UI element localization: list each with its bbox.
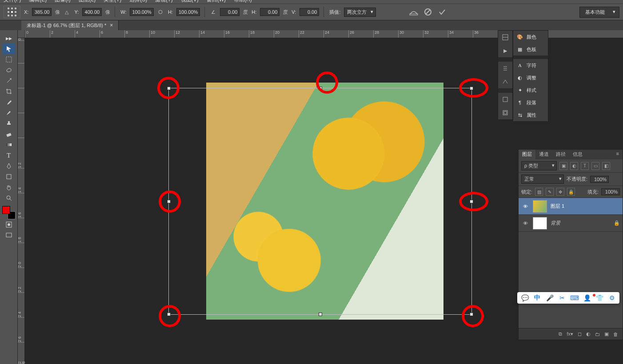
foreground-color-swatch[interactable] (2, 206, 10, 214)
tab-channels[interactable]: 通道 (535, 150, 552, 159)
panel-icon[interactable] (498, 93, 512, 106)
lock-paint-icon[interactable]: ✎ (546, 188, 554, 196)
cancel-transform-icon[interactable] (422, 6, 434, 18)
gear-icon[interactable]: ⚙ (608, 294, 616, 302)
menu-type[interactable]: 类型(Y) (104, 0, 121, 4)
h-value[interactable]: 100.00% (176, 8, 200, 16)
menu-image[interactable]: 图像(I) (55, 0, 70, 4)
screenmode-icon[interactable] (3, 230, 15, 241)
pen-tool-icon[interactable] (3, 161, 15, 171)
panel-item-properties[interactable]: ⇆属性 (513, 109, 548, 121)
warp-mode-icon[interactable] (408, 6, 419, 18)
brush-tool-icon[interactable] (3, 107, 15, 118)
marquee-tool-icon[interactable] (3, 54, 15, 65)
lock-trans-icon[interactable]: ▨ (535, 188, 543, 196)
filter-type-icon[interactable]: T (581, 162, 589, 170)
document-tab[interactable]: 未标题-1 @ 66.7% (图层 1, RGB/8) * × (21, 20, 119, 30)
filter-smart-icon[interactable]: ◧ (602, 162, 610, 170)
layer-name[interactable]: 图层 1 (551, 203, 564, 210)
layer-item[interactable]: 👁 图层 1 (519, 198, 623, 215)
person-icon[interactable]: 👤 (583, 294, 591, 302)
lasso-tool-icon[interactable] (3, 65, 15, 75)
new-layer-icon[interactable]: ▣ (604, 331, 609, 337)
panel-icon[interactable] (498, 106, 512, 119)
menu-select[interactable]: 选择(S) (129, 0, 147, 4)
floating-toolbar[interactable]: 💬 中 🎤 ✂ ⌨ 👤 👕 ⚙ (517, 292, 619, 304)
blend-mode-select[interactable]: 正常 (521, 174, 564, 184)
interp-select[interactable]: 两次立方 (344, 8, 376, 17)
panel-icon[interactable] (498, 31, 512, 44)
group-icon[interactable]: 🗀 (595, 332, 600, 337)
wand-tool-icon[interactable] (3, 75, 15, 86)
panel-icon[interactable] (498, 75, 512, 88)
mic-icon[interactable]: 🎤 (546, 294, 554, 302)
commit-transform-icon[interactable] (436, 6, 448, 18)
tab-info[interactable]: 信息 (569, 150, 586, 159)
menu-layer[interactable]: 图层(L) (79, 0, 96, 4)
panel-item-character[interactable]: A字符 (513, 59, 548, 71)
eraser-tool-icon[interactable] (3, 129, 15, 139)
menu-file[interactable]: 文件(F) (4, 0, 21, 4)
eyedropper-tool-icon[interactable] (3, 97, 15, 107)
opacity-value[interactable]: 100% (590, 176, 609, 183)
menu-edit[interactable]: 编辑(E) (29, 0, 47, 4)
fx-icon[interactable]: fx▾ (567, 331, 573, 337)
fill-value[interactable]: 100% (601, 188, 620, 195)
ime-icon[interactable]: 中 (533, 294, 541, 302)
tab-layers[interactable]: 图层 (519, 150, 535, 159)
w-value[interactable]: 100.00% (130, 8, 153, 16)
panel-item-color[interactable]: 🎨颜色 (513, 31, 548, 43)
menu-view[interactable]: 视图(V) (181, 0, 199, 4)
x-value[interactable]: 385.00 (32, 8, 52, 16)
panel-icon[interactable] (498, 62, 512, 75)
menu-filter[interactable]: 滤镜(T) (155, 0, 172, 4)
filter-adjust-icon[interactable]: ◐ (570, 162, 578, 170)
ruler-origin[interactable] (18, 30, 25, 38)
ruler-vertical[interactable]: 01 21 41 61 82 02 22 42 62 83 0 (18, 38, 25, 364)
quickmask-icon[interactable] (3, 219, 15, 230)
visibility-icon[interactable]: 👁 (521, 204, 529, 209)
skin-icon[interactable]: 👕 (595, 294, 603, 302)
visibility-icon[interactable]: 👁 (521, 221, 529, 226)
type-tool-icon[interactable]: T (3, 150, 15, 161)
crop-tool-icon[interactable] (3, 86, 15, 97)
filter-pixel-icon[interactable]: ▣ (559, 162, 567, 170)
layer-kind-filter[interactable]: ρ 类型 (521, 161, 557, 170)
zoom-tool-icon[interactable] (3, 193, 15, 203)
trash-icon[interactable]: 🗑 (613, 332, 618, 337)
shape-tool-icon[interactable] (3, 171, 15, 182)
close-icon[interactable]: × (110, 22, 113, 28)
menu-window[interactable]: 窗口(W) (207, 0, 226, 4)
skewh-value[interactable]: 0.00 (260, 8, 280, 16)
tab-paths[interactable]: 路径 (552, 150, 569, 159)
handle-bc[interactable] (319, 313, 322, 316)
keyboard-icon[interactable]: ⌨ (571, 294, 579, 302)
play-icon[interactable]: ▶ (498, 44, 512, 57)
skewv-value[interactable]: 0.00 (300, 8, 319, 16)
color-swatch[interactable] (2, 206, 16, 219)
mask-icon[interactable]: ◻ (578, 331, 582, 337)
reference-point-grid[interactable] (4, 6, 20, 18)
angle-value[interactable]: 0.00 (220, 8, 240, 16)
layer-name[interactable]: 背景 (551, 220, 560, 226)
gradient-tool-icon[interactable] (3, 139, 15, 150)
lock-all-icon[interactable]: 🔒 (567, 188, 575, 196)
chat-icon[interactable]: 💬 (521, 294, 529, 302)
panel-item-styles[interactable]: ✦样式 (513, 84, 548, 96)
menu-help[interactable]: 帮助(H) (234, 0, 252, 4)
hand-tool-icon[interactable] (3, 182, 15, 193)
move-tool-icon[interactable] (3, 44, 15, 54)
workspace-switcher[interactable]: 基本功能 (579, 7, 619, 18)
tool-collapse-icon[interactable]: ▸▸ (3, 33, 15, 44)
lock-pos-icon[interactable]: ✥ (556, 188, 564, 196)
panel-item-paragraph[interactable]: ¶段落 (513, 96, 548, 109)
adj-layer-icon[interactable]: ◐ (586, 331, 591, 337)
panel-item-adjust[interactable]: ◐调整 (513, 71, 548, 84)
panel-menu-icon[interactable]: ≡ (613, 150, 623, 159)
scissors-icon[interactable]: ✂ (558, 294, 566, 302)
layer-thumb[interactable] (533, 217, 547, 229)
stamp-tool-icon[interactable] (3, 118, 15, 129)
link-layers-icon[interactable]: ⧉ (559, 331, 562, 337)
y-value[interactable]: 400.00 (82, 8, 102, 16)
layer-item[interactable]: 👁 背景 🔒 (519, 215, 623, 232)
